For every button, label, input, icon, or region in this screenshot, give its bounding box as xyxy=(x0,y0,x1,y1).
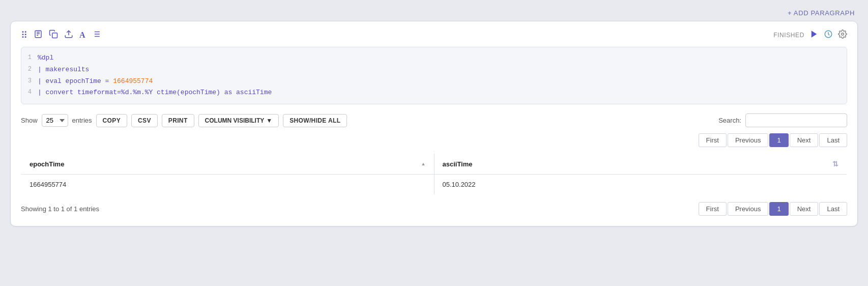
font-icon[interactable]: A xyxy=(79,31,85,40)
data-table: epochTime ▲ asciiTime ⇅ 1664955774 0 xyxy=(21,153,847,195)
previous-button-bottom[interactable]: Previous xyxy=(728,202,769,216)
footer-row: Showing 1 to 1 of 1 entries First Previo… xyxy=(21,202,847,216)
cell-ascii-time: 05.10.2022 xyxy=(434,175,847,195)
table-header-row: epochTime ▲ asciiTime ⇅ xyxy=(21,154,847,175)
status-label: FINISHED xyxy=(773,32,804,39)
copy-button[interactable]: COPY xyxy=(96,114,127,127)
filter-icon: ⇅ xyxy=(832,160,838,168)
search-area: Search: xyxy=(718,113,847,127)
svg-rect-4 xyxy=(52,33,57,38)
line-content-4: | convert timeformat=%d.%m.%Y ctime(epoc… xyxy=(38,88,272,98)
line-content-2: | makeresults xyxy=(38,65,89,75)
search-label: Search: xyxy=(718,117,741,124)
pagination-top: First Previous 1 Next Last xyxy=(21,133,847,147)
toolbar-right: FINISHED xyxy=(773,30,847,41)
sort-arrows-epoch: ▲ xyxy=(421,162,426,166)
first-button-bottom[interactable]: First xyxy=(699,202,727,216)
line-number-4: 4 xyxy=(21,88,38,97)
line-content-1: %dpl xyxy=(38,53,53,64)
show-hide-all-button[interactable]: SHOW/HIDE ALL xyxy=(283,114,347,127)
cell-epoch-time: 1664955774 xyxy=(21,175,435,195)
line-number-1: 1 xyxy=(21,53,38,63)
notebook-icon[interactable] xyxy=(34,30,43,41)
entries-label: entries xyxy=(72,117,92,124)
svg-marker-12 xyxy=(812,31,817,38)
table-row: 1664955774 05.10.2022 xyxy=(21,175,847,195)
upload-icon[interactable] xyxy=(64,30,73,41)
main-card: ⠿ A FINISHED xyxy=(10,21,858,226)
table-controls: Show 25 10 50 100 entries COPY CSV PRINT… xyxy=(21,113,847,127)
line-number-3: 3 xyxy=(21,76,38,86)
add-paragraph-button[interactable]: + ADD PARAGRAPH xyxy=(788,9,855,17)
last-button-bottom[interactable]: Last xyxy=(819,202,847,216)
toolbar: ⠿ A FINISHED xyxy=(21,30,847,41)
timer-button[interactable] xyxy=(824,30,833,41)
next-button-bottom[interactable]: Next xyxy=(790,202,819,216)
entries-info: Showing 1 to 1 of 1 entries xyxy=(21,205,99,213)
list-icon[interactable] xyxy=(92,30,101,41)
search-input[interactable] xyxy=(745,113,847,127)
code-line-1: 1 %dpl xyxy=(21,52,847,64)
line-content-3: | eval epochTime = 1664955774 xyxy=(38,76,153,87)
first-button-top[interactable]: First xyxy=(699,133,727,147)
copy-icon[interactable] xyxy=(49,30,58,41)
th-ascii-time[interactable]: asciiTime ⇅ xyxy=(434,154,847,175)
code-line-4: 4 | convert timeformat=%d.%m.%Y ctime(ep… xyxy=(21,87,847,99)
th-epoch-time-label: epochTime xyxy=(30,160,64,168)
th-epoch-time[interactable]: epochTime ▲ xyxy=(21,154,435,175)
column-visibility-button[interactable]: COLUMN VISIBILITY ▼ xyxy=(198,114,279,127)
svg-point-14 xyxy=(842,33,844,36)
page-1-button-bottom[interactable]: 1 xyxy=(769,202,788,216)
csv-button[interactable]: CSV xyxy=(131,114,158,127)
last-button-top[interactable]: Last xyxy=(819,133,847,147)
top-bar: + ADD PARAGRAPH xyxy=(5,5,863,21)
toolbar-left: ⠿ A xyxy=(21,30,101,41)
run-button[interactable] xyxy=(809,30,819,41)
print-button[interactable]: PRINT xyxy=(162,114,194,127)
code-editor[interactable]: 1 %dpl 2 | makeresults 3 | eval epochTim… xyxy=(21,47,847,104)
code-line-3: 3 | eval epochTime = 1664955774 xyxy=(21,76,847,88)
code-line-2: 2 | makeresults xyxy=(21,64,847,76)
th-ascii-time-label: asciiTime xyxy=(443,160,473,168)
chevron-down-icon: ▼ xyxy=(266,117,272,124)
pagination-bottom: First Previous 1 Next Last xyxy=(699,202,847,216)
previous-button-top[interactable]: Previous xyxy=(728,133,769,147)
next-button-top[interactable]: Next xyxy=(790,133,819,147)
line-number-2: 2 xyxy=(21,65,38,74)
page-1-button-top[interactable]: 1 xyxy=(769,133,788,147)
settings-button[interactable] xyxy=(838,30,847,41)
entries-select[interactable]: 25 10 50 100 xyxy=(42,114,68,127)
show-label: Show xyxy=(21,117,38,124)
move-icon[interactable]: ⠿ xyxy=(21,30,27,41)
